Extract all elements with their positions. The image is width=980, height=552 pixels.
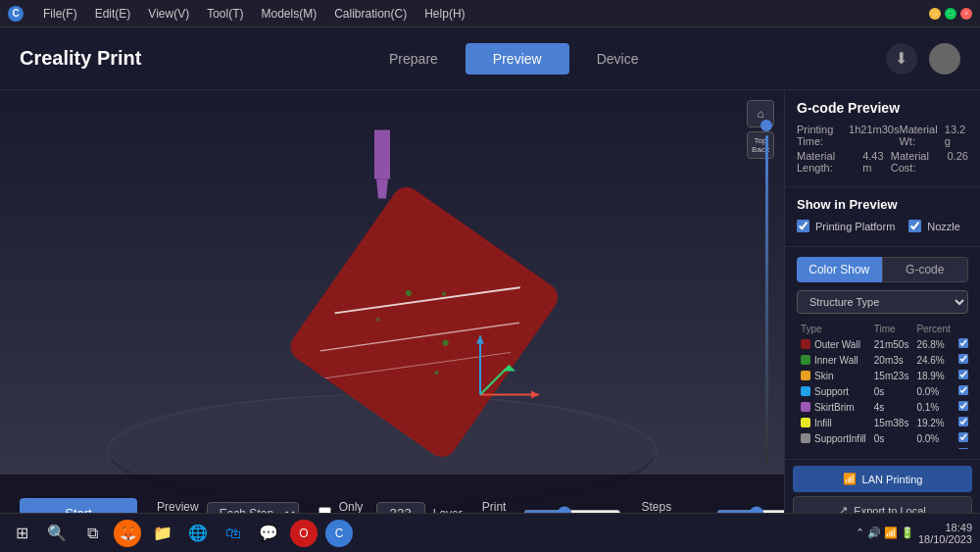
structure-table-scroll: Type Time Percent Outer Wall 21m50s [797,322,968,449]
edge-icon[interactable]: 🌐 [184,520,212,547]
type-label: Support [814,386,849,397]
menu-tool[interactable]: Tool(T) [199,5,251,23]
material-wt-value: 13.2 g [945,124,968,147]
table-row: Infill 15m38s 19.2% [797,415,968,430]
row-visibility-checkbox[interactable] [958,401,968,411]
color-show-section: Color Show G-code Structure Type Type Ti… [785,247,980,460]
menu-file[interactable]: File(F) [35,5,85,23]
material-cost-value: 0.26 [948,150,968,174]
download-button[interactable]: ⬇ [886,43,917,75]
percent-cell: 26.8% [912,336,954,352]
material-length-value: 4.43 m [862,150,891,174]
app-icon: C [8,6,24,22]
row-checkbox-cell[interactable] [955,415,968,430]
creality-icon[interactable]: C [325,520,353,547]
time-cell: 15m38s [870,415,913,430]
chat-icon[interactable]: 💬 [255,520,282,547]
row-checkbox-cell[interactable] [955,368,968,383]
nozzle-checkbox[interactable] [908,220,921,232]
row-visibility-checkbox[interactable] [958,448,968,449]
show-in-preview-title: Show in Preview [797,197,968,212]
gcode-button[interactable]: G-code [882,257,969,282]
type-cell: Inner Wall [797,352,870,368]
current-date: 18/10/2023 [918,533,972,545]
user-avatar[interactable] [929,43,960,75]
nozzle-label: Nozzle [927,221,960,232]
opera-icon[interactable]: O [290,520,318,547]
menu-view[interactable]: View(V) [140,5,197,23]
table-row: Support 0s 0.0% [797,383,968,399]
percent-cell: 19.2% [912,415,954,430]
table-row: SkirtBrim 4s 0.1% [797,399,968,415]
taskbar-left: ⊞ 🔍 ⧉ 🦊 📁 🌐 🛍 💬 O C [8,520,353,547]
type-label: Outer Wall [814,339,860,350]
table-row: Outer Wall 21m50s 26.8% [797,336,968,352]
tab-prepare[interactable]: Prepare [362,43,466,75]
search-taskbar-icon[interactable]: 🔍 [43,520,71,547]
color-indicator [801,386,810,396]
app-title: Creality Print [20,47,141,70]
title-bar-left: C File(F) Edit(E) View(V) Tool(T) Models… [8,5,473,23]
current-time: 18:49 [918,522,972,533]
menu-help[interactable]: Help(H) [416,5,472,23]
store-icon[interactable]: 🛍 [220,520,247,547]
type-label: Skin [814,371,833,381]
row-visibility-checkbox[interactable] [958,432,968,442]
percent-cell: 0.0% [912,383,954,399]
menu-models[interactable]: Models(M) [254,5,325,23]
minimize-button[interactable]: – [929,8,941,20]
task-view-icon[interactable]: ⧉ [78,520,106,547]
menu-edit[interactable]: Edit(E) [87,5,139,23]
type-label: SkirtBrim [814,402,855,413]
color-indicator [801,355,810,365]
tab-preview[interactable]: Preview [466,43,569,75]
nav-tabs: Prepare Preview Device [362,43,665,75]
printing-platform-row: Printing Platform Nozzle [797,220,968,232]
lan-printing-label: LAN Printing [862,474,923,485]
menu-calibration[interactable]: Calibration(C) [326,5,415,23]
type-cell: SkirtBrim [797,399,870,415]
table-row: Skin 15m23s 18.9% [797,368,968,383]
row-checkbox-cell[interactable] [955,352,968,368]
firefox-icon[interactable]: 🦊 [114,520,141,547]
row-visibility-checkbox[interactable] [958,338,968,348]
tab-device[interactable]: Device [569,43,666,75]
type-cell: Infill [797,415,870,430]
printing-time-value: 1h21m30s [849,124,899,147]
row-checkbox-cell[interactable] [955,336,968,352]
top-nav: Creality Print Prepare Preview Device ⬇ [0,27,980,90]
row-visibility-checkbox[interactable] [958,417,968,427]
color-indicator [801,371,810,380]
row-checkbox-cell[interactable] [955,430,968,446]
color-indicator [801,418,810,427]
structure-type-dropdown[interactable]: Structure Type [797,290,968,314]
printing-platform-label: Printing Platform [815,221,895,232]
main-content: Creality Print Prepare Preview Device ⬇ [0,27,980,552]
layer-slider-top [760,120,772,131]
close-button[interactable]: × [960,8,972,20]
percent-cell: 0.0% [912,446,954,449]
svg-marker-15 [531,391,539,399]
row-visibility-checkbox[interactable] [958,354,968,364]
type-cell: SupportInfill [797,430,870,446]
start-menu-icon[interactable]: ⊞ [8,520,35,547]
time-cell: 0s [870,446,913,449]
time-cell: 15m23s [870,368,913,383]
col-type-header: Type [797,322,870,336]
type-cell: Support [797,383,870,399]
lan-printing-button[interactable]: 📶 LAN Printing [793,466,972,492]
maximize-button[interactable]: □ [945,8,956,20]
color-indicator [801,433,810,443]
table-row: PrimeTower 0s 0.0% [797,446,968,449]
row-checkbox-cell[interactable] [955,399,968,415]
row-checkbox-cell[interactable] [955,383,968,399]
row-checkbox-cell[interactable] [955,446,968,449]
folder-icon[interactable]: 📁 [149,520,176,547]
time-display: 18:49 18/10/2023 [918,522,972,545]
row-visibility-checkbox[interactable] [958,370,968,379]
printing-platform-checkbox[interactable] [797,220,809,232]
toggle-buttons: Color Show G-code [797,257,968,282]
color-show-button[interactable]: Color Show [797,257,882,282]
row-visibility-checkbox[interactable] [958,385,968,395]
body-area: ⌂ Top Back Start Preview Way Each Step [0,90,980,552]
